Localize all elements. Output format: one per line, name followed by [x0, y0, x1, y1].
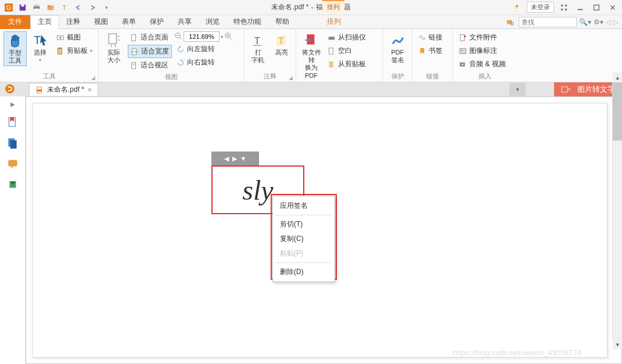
tab-arrange[interactable]: 排列	[322, 15, 346, 29]
file-attachment-label: 文件附件	[469, 33, 497, 42]
search-area: 🔍▾ ⚙▾ ◁ ▷	[504, 16, 619, 28]
svg-rect-37	[329, 61, 333, 67]
search-folder-icon[interactable]	[504, 16, 516, 28]
tab-help[interactable]: 帮助	[268, 15, 296, 29]
nav-back-icon[interactable]: ◁	[606, 18, 611, 26]
tab-bar-dropdown[interactable]: ▾	[509, 83, 526, 96]
sig-prev-icon[interactable]: ◀	[224, 155, 229, 163]
pdf-sign-button[interactable]: PDF 签名	[387, 31, 408, 65]
dialog-launcher-icon[interactable]: ◢	[289, 75, 294, 81]
sig-next-icon[interactable]: ▶	[232, 155, 237, 163]
upload-icon[interactable]	[510, 1, 523, 14]
highlight-button[interactable]: T 高亮	[271, 31, 293, 57]
file-attachment-button[interactable]: 文件附件	[456, 31, 508, 44]
vertical-scrollbar[interactable]: ▲ ▼	[612, 82, 622, 340]
document-tab-close-icon[interactable]: ×	[88, 86, 92, 94]
hand-tool-label: 手型 工具	[9, 49, 21, 64]
title-separator: -	[311, 3, 314, 12]
screenshot-button[interactable]: 截图	[54, 31, 95, 44]
audio-video-button[interactable]: 音频 & 视频	[456, 58, 508, 70]
tab-view[interactable]: 视图	[87, 15, 115, 29]
tab-file[interactable]: 文件	[0, 15, 30, 29]
tab-share[interactable]: 共享	[171, 15, 199, 29]
titlebar: G T ▾ 未命名.pdf * - 福昕阅读器 排列 未登录	[0, 0, 622, 15]
from-clipboard-button[interactable]: 从剪贴板	[325, 58, 368, 70]
sidebar-attachments-icon[interactable]	[6, 178, 19, 191]
sig-dropdown-icon[interactable]: ▼	[240, 155, 247, 162]
ocr-banner-text: 图片转文字	[577, 84, 615, 95]
nav-forward-icon[interactable]: ▷	[613, 18, 619, 26]
image-annot-button[interactable]: 图像标注	[456, 45, 508, 57]
rotate-right-button[interactable]: 向右旋转	[174, 56, 232, 69]
text-tool-icon[interactable]: T	[58, 1, 71, 14]
maximize-icon[interactable]	[590, 1, 603, 14]
app-small-icon[interactable]	[5, 84, 15, 96]
rotate-left-button[interactable]: 向左旋转	[174, 43, 232, 55]
convert-to-pdf-button[interactable]: 将文件转 换为PDF	[300, 31, 323, 81]
pdf-sign-label: PDF 签名	[391, 49, 404, 64]
print-icon[interactable]	[30, 1, 43, 14]
qat-dropdown-icon[interactable]: ▾	[100, 1, 113, 14]
quick-access-toolbar: G T ▾	[2, 1, 113, 14]
svg-text:T: T	[568, 87, 571, 92]
svg-rect-45	[37, 89, 42, 92]
clipboard-button[interactable]: 剪贴板 ▾	[54, 45, 95, 57]
zoom-input[interactable]	[184, 31, 220, 42]
app-icon[interactable]: G	[2, 1, 15, 14]
redo-icon[interactable]	[86, 1, 99, 14]
vertical-scroll-thumb[interactable]	[613, 82, 622, 140]
svg-rect-38	[461, 34, 465, 41]
settings-gear-icon[interactable]: ⚙▾	[594, 18, 603, 26]
scroll-down-icon[interactable]: ▼	[613, 340, 622, 349]
typewriter-button[interactable]: T 打 字机	[247, 31, 269, 65]
fit-width-button[interactable]: 适合宽度	[128, 45, 172, 58]
from-scanner-button[interactable]: 从扫描仪	[325, 31, 368, 44]
ctx-cut[interactable]: 剪切(T)	[273, 217, 335, 232]
login-button[interactable]: 未登录	[527, 2, 554, 13]
ctx-copy[interactable]: 复制(C)	[273, 232, 335, 246]
search-input[interactable]	[519, 17, 577, 27]
select-tool-button[interactable]: T 选择 ▾	[29, 31, 52, 64]
sidebar-toggle-icon[interactable]: ▶	[9, 101, 16, 107]
save-icon[interactable]	[16, 1, 29, 14]
ctx-delete[interactable]: 删除(D)	[273, 265, 335, 279]
document-tab[interactable]: 未命名.pdf * ×	[29, 83, 98, 96]
sidebar-bookmarks-icon[interactable]	[6, 116, 19, 128]
close-icon[interactable]	[606, 1, 619, 14]
dialog-launcher-icon[interactable]: ◢	[91, 75, 97, 81]
actual-size-button[interactable]: 实际 大小	[102, 31, 125, 65]
tab-form[interactable]: 表单	[115, 15, 143, 29]
open-icon[interactable]	[44, 1, 57, 14]
sidebar-pages-icon[interactable]	[6, 136, 19, 149]
ribbon-group-insert: 文件附件 图像标注 音频 & 视频 插入	[453, 29, 517, 82]
search-go-icon[interactable]: 🔍▾	[579, 18, 591, 26]
svg-rect-35	[329, 37, 335, 39]
from-clipboard-label: 从剪贴板	[338, 59, 366, 69]
undo-icon[interactable]	[72, 1, 85, 14]
scroll-up-icon[interactable]: ▲	[613, 73, 622, 82]
hand-tool-button[interactable]: 手型 工具	[3, 31, 27, 66]
fit-page-button[interactable]: 适合页面	[128, 31, 172, 44]
fit-visible-button[interactable]: 适合视区	[128, 59, 172, 71]
blank-page-button[interactable]: 空白	[325, 45, 368, 57]
tab-home[interactable]: 主页	[30, 15, 59, 29]
zoom-out-icon[interactable]	[174, 32, 182, 42]
sidebar-comments-icon[interactable]	[6, 157, 19, 170]
view-group-label: 视图	[102, 73, 240, 81]
tab-comment[interactable]: 注释	[59, 15, 87, 29]
tab-special[interactable]: 特色功能	[226, 15, 268, 29]
link-button[interactable]: 链接	[416, 31, 445, 44]
ctx-apply-signature[interactable]: 应用签名	[273, 199, 335, 213]
rotate-left-label: 向左旋转	[187, 44, 215, 54]
signature-toolbar[interactable]: ◀ ▶ ▼	[211, 152, 259, 165]
tab-browse[interactable]: 浏览	[199, 15, 226, 29]
ribbon-group-view: 实际 大小 适合页面 适合宽度 适合视区	[99, 29, 244, 82]
grid-view-icon[interactable]	[558, 1, 570, 14]
zoom-in-icon[interactable]	[224, 32, 232, 42]
svg-rect-6	[35, 8, 39, 10]
zoom-dropdown-icon[interactable]: ▾	[221, 34, 223, 39]
bookmark-button[interactable]: 书签	[416, 45, 445, 57]
minimize-icon[interactable]	[574, 1, 587, 14]
svg-rect-27	[132, 63, 135, 66]
tab-protect[interactable]: 保护	[143, 15, 171, 29]
